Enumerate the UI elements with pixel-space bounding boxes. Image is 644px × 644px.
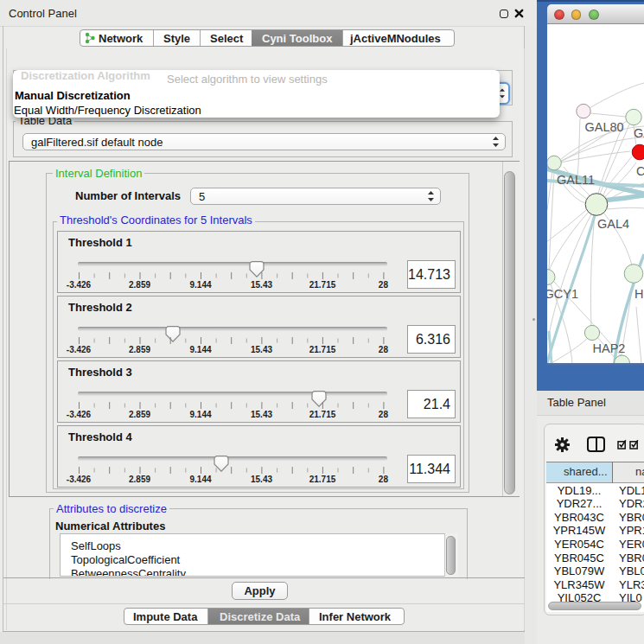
svg-text:GAL11: GAL11 xyxy=(557,173,595,187)
svg-text:GAL4: GAL4 xyxy=(597,217,629,231)
svg-text:GA: GA xyxy=(634,126,644,140)
svg-text:GAL80: GAL80 xyxy=(585,120,624,134)
svg-text:GCY1: GCY1 xyxy=(547,287,579,301)
svg-text:HAP2: HAP2 xyxy=(593,341,626,355)
svg-text:C: C xyxy=(636,164,644,178)
svg-text:H: H xyxy=(634,287,643,301)
